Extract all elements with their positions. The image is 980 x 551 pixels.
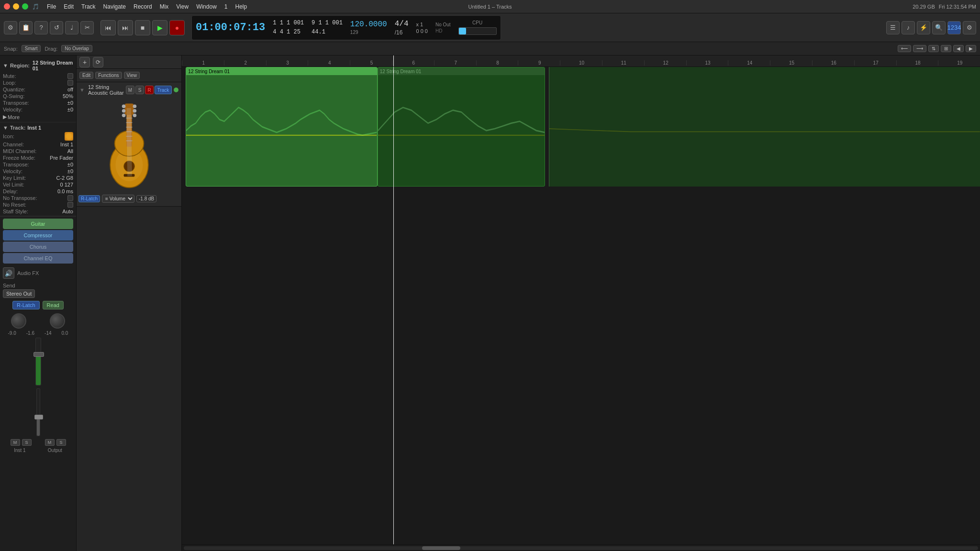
track-mute-button[interactable]: M bbox=[126, 86, 134, 94]
audio-fx-toggle[interactable]: 🔊 bbox=[3, 267, 14, 279]
main-layout: ▼ Region: 12 String Dream 01 Mute: Loop:… bbox=[0, 55, 980, 551]
horizontal-scrollbar[interactable] bbox=[184, 546, 978, 550]
ruler-mark-6: 6 bbox=[392, 60, 434, 66]
pan-knob[interactable] bbox=[11, 313, 26, 329]
loop-checkbox[interactable] bbox=[67, 80, 73, 86]
track-record-button[interactable]: R bbox=[145, 86, 154, 94]
inst-mute-button[interactable]: M bbox=[11, 439, 20, 446]
view-dropdown-button[interactable]: View bbox=[124, 72, 140, 79]
grid-button[interactable]: ⊞ bbox=[941, 45, 951, 52]
ruler-mark-5: 5 bbox=[350, 60, 392, 66]
piano-roll-button[interactable]: ♪ bbox=[902, 21, 915, 34]
traffic-lights bbox=[4, 3, 28, 10]
plugin-button[interactable]: 1234 bbox=[947, 21, 961, 34]
zoom-out-button[interactable]: ⟵ bbox=[898, 45, 911, 52]
channel-fader[interactable] bbox=[35, 338, 41, 386]
tools-button[interactable]: ✂ bbox=[80, 21, 94, 34]
volume-select[interactable]: ≡ Volume bbox=[102, 195, 134, 203]
output-solo-button[interactable]: S bbox=[56, 439, 66, 446]
inspector-track-title[interactable]: ▼ Track: Inst 1 bbox=[3, 123, 73, 132]
waveform-trailing bbox=[549, 67, 980, 187]
track-solo-button[interactable]: S bbox=[135, 86, 144, 94]
stereo-out-button[interactable]: Stereo Out bbox=[3, 289, 35, 298]
inspector-freeze-row: Freeze Mode: Pre Fader bbox=[3, 154, 73, 161]
edit-dropdown-button[interactable]: Edit bbox=[79, 72, 93, 79]
track-track-button[interactable]: Track bbox=[155, 86, 172, 94]
settings-button[interactable]: 📋 bbox=[19, 21, 33, 34]
track-rlatch-button[interactable]: R-Latch bbox=[78, 195, 100, 202]
scrollbar-thumb[interactable] bbox=[422, 546, 460, 550]
play-button[interactable]: ▶ bbox=[152, 20, 167, 35]
khz-display: 44.1 bbox=[312, 28, 343, 36]
stop-button[interactable]: ■ bbox=[135, 20, 150, 35]
mute-checkbox[interactable] bbox=[67, 73, 73, 79]
zoom-in-button[interactable]: ⟶ bbox=[913, 45, 926, 52]
output-fader[interactable] bbox=[36, 388, 40, 436]
scroll-left-button[interactable]: ◀ bbox=[953, 45, 964, 52]
bars-display-bot: 4 4 1 25 bbox=[273, 28, 304, 36]
global-button[interactable]: ⚙ bbox=[963, 21, 976, 34]
minimize-button[interactable] bbox=[13, 3, 19, 10]
inspector-staff-style-row: Staff Style: Auto bbox=[3, 208, 73, 215]
no-out-display: No Out bbox=[435, 22, 451, 27]
maximize-button[interactable] bbox=[22, 3, 28, 10]
cycle-button[interactable]: ↺ bbox=[50, 21, 63, 34]
sort-button[interactable]: ⇅ bbox=[928, 45, 939, 52]
help-button[interactable]: ? bbox=[34, 21, 48, 34]
output-knob[interactable] bbox=[50, 313, 65, 329]
send-label: Send bbox=[3, 281, 73, 289]
inspector-mute-row: Mute: bbox=[3, 73, 73, 79]
track-region-trailing[interactable] bbox=[549, 67, 980, 187]
no-reset-checkbox[interactable] bbox=[67, 202, 73, 208]
menu-mix[interactable]: Mix bbox=[160, 3, 169, 10]
multiplier-display: x 1 bbox=[416, 22, 427, 27]
svg-point-16 bbox=[133, 104, 136, 108]
track-icon[interactable] bbox=[65, 132, 73, 141]
ruler-mark-7: 7 bbox=[434, 60, 476, 66]
cpu-meter bbox=[458, 27, 497, 35]
more-button[interactable]: ▶ More bbox=[3, 113, 73, 121]
timeline-area: 1 2 3 4 5 6 7 8 9 10 11 12 13 14 15 16 1 bbox=[182, 55, 980, 551]
rlatch-button[interactable]: R-Latch bbox=[12, 301, 40, 309]
forward-button[interactable]: ⏭ bbox=[118, 20, 133, 35]
read-button[interactable]: Read bbox=[43, 301, 64, 309]
menu-window[interactable]: Window bbox=[196, 3, 217, 10]
metronome-button[interactable]: ♩ bbox=[65, 21, 78, 34]
chorus-plugin-button[interactable]: Chorus bbox=[3, 242, 73, 252]
lcd-button[interactable]: ⚙ bbox=[4, 21, 17, 34]
output-mute-button[interactable]: M bbox=[45, 439, 55, 446]
track-subbar: Edit Functions View bbox=[77, 69, 181, 82]
inst-solo-button[interactable]: S bbox=[22, 439, 32, 446]
mixer-button[interactable]: ⚡ bbox=[917, 21, 930, 34]
compressor-plugin-button[interactable]: Compressor bbox=[3, 230, 73, 241]
browser-button[interactable]: 🔍 bbox=[932, 21, 946, 34]
track-region-1[interactable]: 12 String Dream 01 bbox=[186, 67, 377, 187]
functions-dropdown-button[interactable]: Functions bbox=[95, 72, 122, 79]
menu-file[interactable]: File bbox=[47, 3, 56, 10]
list-view-button[interactable]: ☰ bbox=[886, 21, 900, 34]
menu-1[interactable]: 1 bbox=[224, 3, 228, 10]
inspector-region-title[interactable]: ▼ Region: 12 String Dream 01 bbox=[3, 58, 73, 73]
loop-button[interactable]: ⟳ bbox=[93, 57, 103, 67]
inspector-velocity-row: Velocity: ±0 bbox=[3, 106, 73, 113]
guitar-plugin-button[interactable]: Guitar bbox=[3, 219, 73, 229]
menu-view[interactable]: View bbox=[176, 3, 189, 10]
menu-record[interactable]: Record bbox=[134, 3, 152, 10]
volume-fader-area: R-Latch Read -9.0 -1.6 -14 0.0 bbox=[0, 299, 76, 455]
rewind-button[interactable]: ⏮ bbox=[100, 20, 116, 35]
no-transpose-checkbox[interactable] bbox=[67, 195, 73, 201]
add-track-button[interactable]: + bbox=[79, 57, 90, 67]
scroll-right-button[interactable]: ▶ bbox=[966, 45, 976, 52]
menu-navigate[interactable]: Navigate bbox=[103, 3, 126, 10]
menu-track[interactable]: Track bbox=[81, 3, 96, 10]
menu-help[interactable]: Help bbox=[235, 3, 247, 10]
drag-value-button[interactable]: No Overlap bbox=[61, 45, 92, 52]
inspector-track-velocity-row: Velocity: ±0 bbox=[3, 168, 73, 175]
track-region-2[interactable]: 12 String Dream 01 bbox=[378, 67, 545, 187]
record-button[interactable]: ● bbox=[169, 20, 185, 35]
close-button[interactable] bbox=[4, 3, 10, 10]
track-expand-arrow[interactable]: ▼ bbox=[79, 87, 86, 93]
snap-value-button[interactable]: Smart bbox=[22, 45, 41, 52]
menu-edit[interactable]: Edit bbox=[64, 3, 74, 10]
channeleq-plugin-button[interactable]: Channel EQ bbox=[3, 253, 73, 264]
